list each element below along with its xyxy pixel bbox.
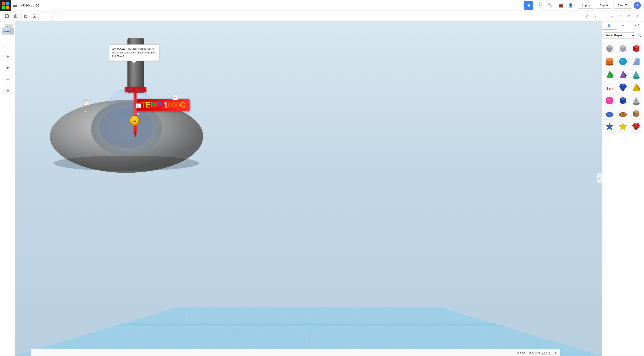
svg-rect-2 <box>13 6 17 7</box>
redo-button[interactable] <box>52 12 60 20</box>
shape-cube-blue[interactable] <box>617 95 629 106</box>
undo-button[interactable] <box>43 12 51 20</box>
home-nav-btn[interactable]: ⊞ <box>524 1 534 10</box>
home-view-button[interactable]: ⌂ <box>4 40 12 49</box>
left-sidebar: TOP FRONT ⌂ ⊙ + − ⚙ <box>0 22 15 356</box>
svg-rect-5 <box>15 14 18 17</box>
shape-sphere-pink[interactable] <box>604 95 616 106</box>
svg-marker-62 <box>633 97 640 104</box>
shape-cylinder[interactable] <box>604 56 616 68</box>
person-add-btn[interactable]: 👤+ <box>567 1 576 10</box>
tab-chat-view[interactable]: 💬 <box>630 22 644 30</box>
mirror-x-btn[interactable]: ⇔ <box>609 13 616 20</box>
note-icon-2[interactable] <box>136 104 141 108</box>
toolbar2: ◎ ▾ ⊡ ⇔ ⇕ ⊕ ⊗ <box>0 11 644 22</box>
logo-t <box>2 2 5 5</box>
logo-k <box>6 6 9 9</box>
shape-gem-red[interactable] <box>630 121 642 132</box>
settings-link[interactable]: Settings <box>516 351 525 354</box>
shape-star-yellow[interactable] <box>617 121 629 132</box>
menu-icon[interactable] <box>11 0 19 11</box>
snap-grid-control: Snap Grid <box>528 351 556 355</box>
svg-rect-13 <box>34 14 35 15</box>
delete-button[interactable] <box>31 12 38 20</box>
tools-nav-btn[interactable]: 🔧 <box>546 1 555 10</box>
tab-list-view[interactable]: ≡ <box>616 22 630 30</box>
helper-btn[interactable]: ⊗ <box>634 13 641 20</box>
user-avatar[interactable]: A <box>634 2 641 9</box>
view-cube[interactable]: TOP FRONT <box>2 24 14 36</box>
svg-point-39 <box>606 58 613 61</box>
svg-marker-73 <box>619 123 627 130</box>
settings-button[interactable]: ⚙ <box>4 86 12 95</box>
shape-cone-gray[interactable] <box>630 95 642 106</box>
search-button[interactable]: 🔍 <box>636 32 642 38</box>
snap-down-icon[interactable] <box>555 353 556 354</box>
topbar-right: ⊞ 🕐 🔧 💼 👤+ Import Export Send To A <box>524 1 644 10</box>
shape-torus-brown[interactable] <box>617 108 629 120</box>
flip-btn[interactable]: ⇕ <box>617 13 624 20</box>
group-btn[interactable]: ⊕ <box>626 13 632 20</box>
svg-point-57 <box>607 98 609 100</box>
duplicate-button[interactable] <box>22 12 29 20</box>
svg-rect-3 <box>5 14 8 18</box>
svg-point-40 <box>619 58 627 65</box>
svg-rect-4 <box>14 15 17 18</box>
shape-selector-dropdown[interactable]: Basic Shapes Featured Community <box>604 32 635 38</box>
right-panel-tabs: ⊞ ≡ 💬 <box>602 22 644 30</box>
view-cube-side <box>10 28 14 34</box>
snap-up-icon[interactable] <box>555 352 556 352</box>
note-icon-1[interactable] <box>84 100 89 105</box>
shape-sphere[interactable] <box>617 56 629 68</box>
svg-rect-6 <box>24 15 26 17</box>
shape-box-red[interactable] <box>630 42 642 54</box>
logo-n <box>2 6 5 9</box>
temp-display: T E M P 1 0 0 0 C <box>137 99 190 111</box>
topbar: Fuse-Juice ⊞ 🕐 🔧 💼 👤+ Import Export Send… <box>0 0 644 11</box>
import-button[interactable]: Import <box>578 2 594 8</box>
tooltip-popup: very POWERFUL laser heat up fuel to the … <box>109 44 159 61</box>
shape-pyramid-purple[interactable] <box>617 68 629 80</box>
copy-object-button[interactable] <box>12 12 20 20</box>
collapse-panel-button[interactable]: › <box>597 173 602 183</box>
align-btn[interactable]: ⊡ <box>600 13 607 20</box>
fit-view-button[interactable]: ⊙ <box>4 52 12 60</box>
svg-point-19 <box>54 156 199 171</box>
svg-rect-7 <box>24 15 27 18</box>
shape-text[interactable]: Text <box>604 82 616 94</box>
logo-i <box>6 2 9 5</box>
svg-rect-1 <box>13 5 17 6</box>
snap-expand-btn[interactable]: ▾ <box>592 13 599 20</box>
zoom-out-button[interactable]: − <box>4 75 12 84</box>
shape-box-striped[interactable] <box>617 42 629 54</box>
svg-marker-49 <box>633 71 640 78</box>
shape-pyramid-green[interactable] <box>604 68 616 80</box>
shape-wedge-blue[interactable] <box>630 56 642 68</box>
send-to-button[interactable]: Send To <box>614 2 632 8</box>
snap-toggle-btn[interactable]: ◎ <box>584 13 590 20</box>
new-button[interactable] <box>3 12 11 20</box>
note-icon-3[interactable] <box>172 95 178 100</box>
shape-box-gray[interactable] <box>604 42 616 54</box>
shape-cone-teal[interactable] <box>630 68 642 80</box>
shape-box-brown[interactable] <box>630 108 642 120</box>
shape-gem-blue[interactable] <box>617 82 629 94</box>
svg-point-41 <box>620 59 623 61</box>
export-button[interactable]: Export <box>596 2 612 8</box>
view-cube-front: FRONT <box>2 28 10 34</box>
logo[interactable] <box>0 0 11 11</box>
bottom-bar: Settings Snap Grid <box>31 349 560 356</box>
clock-nav-btn[interactable]: 🕐 <box>535 1 544 10</box>
project-name: Fuse-Juice <box>21 3 40 8</box>
snap-grid-label: Snap Grid <box>528 351 540 354</box>
snap-grid-input[interactable] <box>541 351 554 355</box>
tab-grid-view[interactable]: ⊞ <box>602 22 616 30</box>
right-panel: ⊞ ≡ 💬 Basic Shapes Featured Community 🔍 <box>602 22 644 356</box>
shape-pyramid-yellow[interactable] <box>630 82 642 94</box>
shape-torus-blue[interactable] <box>604 108 616 120</box>
canvas-area[interactable]: very POWERFUL laser heat up fuel to the … <box>15 22 602 356</box>
shape-star-blue[interactable] <box>604 121 616 132</box>
zoom-in-button[interactable]: + <box>4 64 12 72</box>
svg-point-68 <box>622 113 624 115</box>
briefcase-nav-btn[interactable]: 💼 <box>556 1 566 10</box>
